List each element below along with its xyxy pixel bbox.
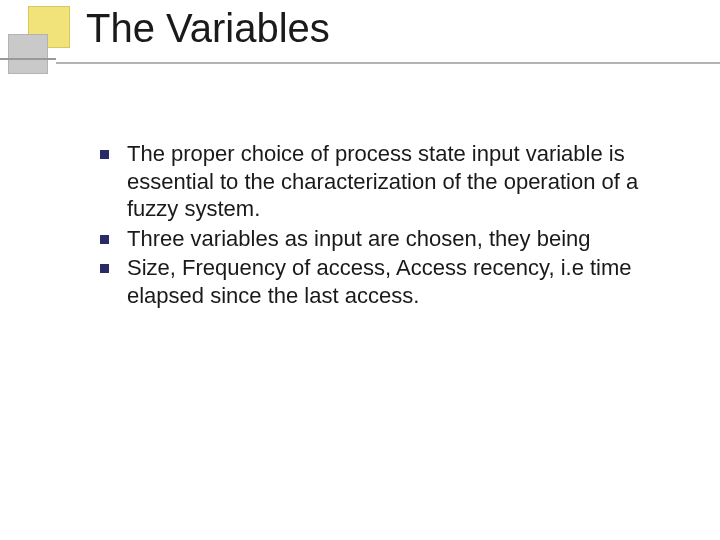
bullet-text: Three variables as input are chosen, the… (127, 225, 591, 253)
decorative-short-rule (0, 58, 56, 60)
bullet-text: Size, Frequency of access, Access recenc… (127, 254, 680, 309)
decorative-grey-square (8, 34, 48, 74)
decorative-long-rule (56, 62, 720, 64)
bullet-item: Size, Frequency of access, Access recenc… (100, 254, 680, 309)
bullet-square-icon (100, 150, 109, 159)
slide-header: The Variables (0, 0, 720, 80)
slide-title: The Variables (86, 6, 330, 51)
bullet-item: The proper choice of process state input… (100, 140, 680, 223)
bullet-text: The proper choice of process state input… (127, 140, 680, 223)
slide-body: The proper choice of process state input… (100, 140, 680, 311)
bullet-square-icon (100, 264, 109, 273)
bullet-item: Three variables as input are chosen, the… (100, 225, 680, 253)
bullet-square-icon (100, 235, 109, 244)
